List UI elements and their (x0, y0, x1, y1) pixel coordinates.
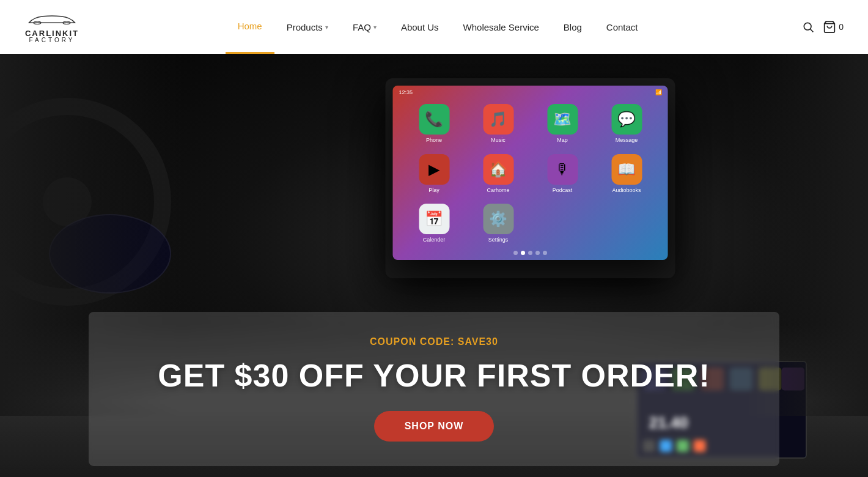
app-podcast-label: Podcast (553, 187, 573, 193)
app-carhome-icon: 🏠 (483, 154, 513, 185)
app-message: 💬 Message (598, 104, 656, 148)
svg-point-2 (804, 23, 812, 30)
header: CARLINKIT FACTORY Home Products ▾ FAQ ▾ … (0, 0, 868, 54)
app-music: 🎵 Music (469, 104, 528, 148)
dot-1 (513, 251, 518, 255)
dot-2 (521, 251, 525, 255)
app-message-icon: 💬 (611, 104, 642, 135)
cart-count: 0 (839, 22, 844, 32)
cart-button[interactable]: 0 (823, 20, 844, 34)
app-message-label: Message (616, 137, 638, 143)
screen-time: 12:35 (399, 89, 413, 95)
cart-icon (823, 20, 836, 34)
svg-line-3 (811, 29, 814, 32)
hero-section: 21.40 12:35 (0, 0, 868, 477)
car-silhouette-icon (24, 11, 79, 28)
app-audiobooks-label: Audiobooks (612, 187, 641, 193)
nav-icons: 0 (802, 20, 844, 34)
app-play: ▶ Play (405, 154, 463, 198)
nav-wholesale[interactable]: Wholesale Service (451, 0, 551, 54)
main-nav: Home Products ▾ FAQ ▾ About Us Wholesale… (226, 0, 650, 54)
app-phone-icon: 📞 (419, 104, 449, 135)
logo[interactable]: CARLINKIT FACTORY (24, 11, 79, 43)
promo-headline: GET $30 OFF YOUR FIRST ORDER! (125, 357, 743, 394)
dot-5 (543, 251, 547, 255)
app-music-icon: 🎵 (483, 104, 513, 135)
app-podcast-icon: 🎙 (547, 154, 578, 185)
app-carhome-label: Carhome (487, 187, 509, 193)
app-phone-label: Phone (426, 137, 442, 143)
nav-blog[interactable]: Blog (551, 0, 594, 54)
app-map: 🗺️ Map (534, 104, 592, 148)
app-play-icon: ▶ (419, 154, 449, 185)
brand-sub: FACTORY (29, 37, 75, 43)
app-grid: 📞 Phone 🎵 Music 🗺️ Map 💬 (393, 86, 668, 260)
app-phone: 📞 Phone (405, 104, 463, 148)
app-audiobooks: 📖 Audiobooks (598, 154, 656, 198)
promo-overlay: COUPON CODE: SAVE30 GET $30 OFF YOUR FIR… (89, 312, 779, 466)
app-map-icon: 🗺️ (547, 104, 578, 135)
coupon-code-text: COUPON CODE: SAVE30 (125, 336, 743, 347)
app-calendar-label: Calender (423, 237, 446, 243)
search-button[interactable] (802, 21, 814, 33)
dot-3 (528, 251, 532, 255)
app-audiobooks-icon: 📖 (611, 154, 642, 185)
nav-products[interactable]: Products ▾ (274, 0, 340, 54)
device-screen: 12:35 📶 📞 Phone 🎵 Music (393, 86, 668, 260)
screen-wifi-icon: 📶 (655, 89, 662, 95)
chevron-down-icon: ▾ (373, 24, 377, 31)
carplay-device: 12:35 📶 📞 Phone 🎵 Music (393, 86, 668, 260)
app-calendar-icon: 📅 (419, 204, 449, 234)
app-play-label: Play (428, 187, 440, 193)
app-podcast: 🎙 Podcast (534, 154, 592, 198)
app-calendar: 📅 Calender (405, 204, 463, 248)
nav-faq[interactable]: FAQ ▾ (340, 0, 389, 54)
shop-now-button[interactable]: SHOP NOW (374, 411, 495, 442)
app-settings: ⚙️ Settings (469, 204, 528, 248)
app-map-label: Map (557, 137, 568, 143)
app-carhome: 🏠 Carhome (469, 154, 528, 198)
brand-name: CARLINKIT (25, 29, 79, 37)
app-music-label: Music (491, 137, 506, 143)
app-settings-label: Settings (488, 237, 509, 243)
nav-contact[interactable]: Contact (594, 0, 650, 54)
nav-home[interactable]: Home (226, 0, 274, 54)
screen-status-bar: 12:35 📶 (399, 89, 662, 95)
dot-4 (535, 251, 540, 255)
search-icon (802, 21, 814, 33)
nav-about[interactable]: About Us (389, 0, 451, 54)
chevron-down-icon: ▾ (325, 24, 328, 31)
screen-page-dots (513, 251, 547, 255)
app-settings-icon: ⚙️ (483, 204, 513, 234)
